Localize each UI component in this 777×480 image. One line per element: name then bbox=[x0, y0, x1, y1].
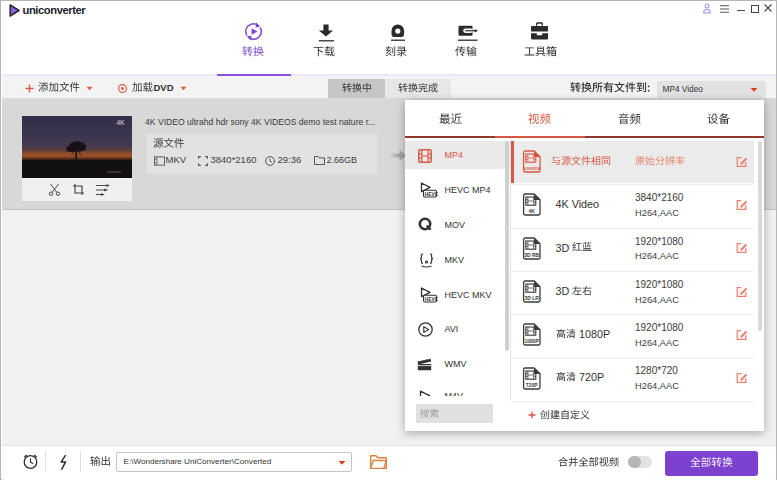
svg-text:source: source bbox=[522, 165, 540, 171]
svg-text:4K: 4K bbox=[528, 208, 535, 214]
svg-text:720P: 720P bbox=[525, 381, 537, 387]
svg-text:3D RB: 3D RB bbox=[524, 251, 539, 257]
svg-text:3D LR: 3D LR bbox=[524, 295, 539, 301]
svg-text:1080P: 1080P bbox=[524, 338, 539, 344]
svg-text:4K: 4K bbox=[117, 119, 126, 126]
svg-text:HEVC: HEVC bbox=[424, 192, 437, 197]
svg-text:HEVC: HEVC bbox=[424, 296, 437, 301]
